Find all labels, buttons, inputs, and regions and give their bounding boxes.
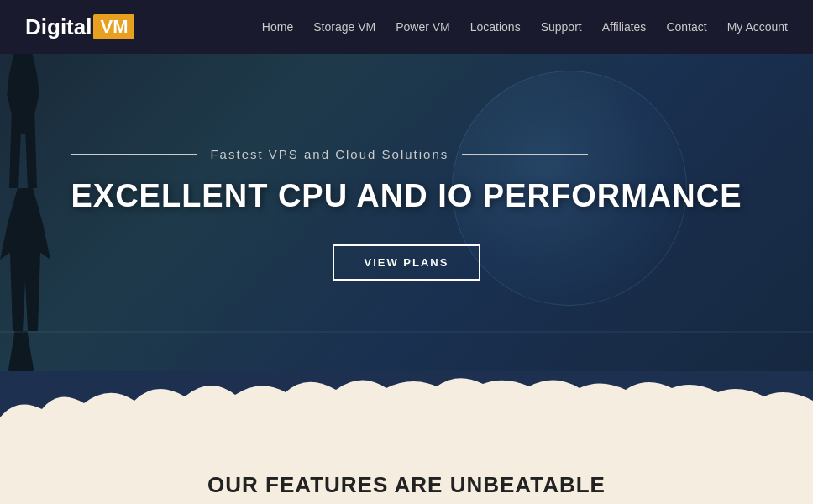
nav-power-vm[interactable]: Power VM [396,20,450,34]
hero-ground-line [0,331,813,333]
nav-storage-vm[interactable]: Storage VM [313,20,375,34]
main-nav: Home Storage VM Power VM Locations Suppo… [262,20,788,34]
hero-subtitle: Fastest VPS and Cloud Solutions [71,147,742,161]
hero-content: Fastest VPS and Cloud Solutions EXCELLEN… [37,147,775,281]
nav-my-account[interactable]: My Account [727,20,788,34]
silhouette-3 [0,331,42,373]
features-title: OUR FEATURES ARE UNBEATABLE [50,472,763,498]
logo-text: Digital [25,14,92,40]
logo-badge: VM [93,14,134,39]
hero-cta-button[interactable]: VIEW PLANS [333,244,481,281]
site-header: Digital VM Home Storage VM Power VM Loca… [0,0,813,54]
nav-locations[interactable]: Locations [470,20,521,34]
nav-affiliates[interactable]: Affiliates [602,20,647,34]
cloud-svg [0,371,813,438]
nav-support[interactable]: Support [541,20,582,34]
cloud-transition [0,371,813,438]
features-section: OUR FEATURES ARE UNBEATABLE The fastest … [0,438,813,504]
logo[interactable]: Digital VM [25,14,134,40]
hero-section: Fastest VPS and Cloud Solutions EXCELLEN… [0,54,813,373]
hero-title: EXCELLENT CPU AND IO PERFORMANCE [71,178,742,214]
nav-home[interactable]: Home [262,20,293,34]
nav-contact[interactable]: Contact [666,20,706,34]
